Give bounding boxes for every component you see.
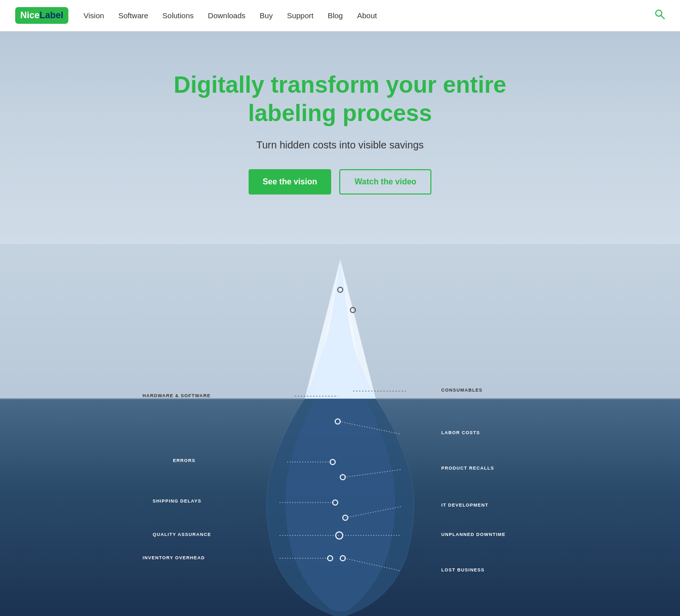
hero-section: Digitally transform your entire labeling…: [0, 31, 680, 244]
hero-title: Digitally transform your entire labeling…: [163, 71, 517, 127]
nav-solutions[interactable]: Solutions: [163, 11, 194, 20]
nav-buy[interactable]: Buy: [260, 11, 273, 20]
iceberg-section: HARDWARE & SOFTWARE CONSUMABLES LABOR CO…: [0, 244, 680, 616]
nav-vision[interactable]: Vision: [84, 11, 104, 20]
nav-blog[interactable]: Blog: [328, 11, 343, 20]
nav-support[interactable]: Support: [287, 11, 314, 20]
logo[interactable]: Nice Label: [15, 7, 68, 24]
label-labor-costs: LABOR COSTS: [442, 430, 481, 435]
watch-video-button[interactable]: Watch the video: [339, 169, 431, 195]
main-nav: Vision Software Solutions Downloads Buy …: [84, 11, 655, 20]
logo-label: Label: [39, 10, 63, 21]
svg-point-0: [656, 10, 662, 16]
label-shipping-delays: SHIPPING DELAYS: [153, 498, 202, 504]
nav-software[interactable]: Software: [118, 11, 148, 20]
label-product-recalls: PRODUCT RECALLS: [442, 466, 495, 471]
see-vision-button[interactable]: See the vision: [249, 169, 332, 195]
nav-about[interactable]: About: [357, 11, 377, 20]
label-errors: ERRORS: [173, 458, 196, 463]
logo-nice: Nice: [20, 10, 39, 21]
label-unplanned-downtime: UNPLANNED DOWNTIME: [442, 532, 506, 537]
svg-line-1: [661, 16, 664, 19]
nav-downloads[interactable]: Downloads: [208, 11, 246, 20]
search-icon[interactable]: [655, 9, 665, 22]
label-it-development: IT DEVELOPMENT: [442, 503, 489, 508]
label-hardware-software: HARDWARE & SOFTWARE: [143, 393, 211, 398]
label-inventory-overhead: INVENTORY OVERHEAD: [143, 555, 205, 560]
label-quality-assurance: QUALITY ASSURANCE: [153, 532, 212, 537]
hero-buttons: See the vision Watch the video: [249, 169, 432, 195]
label-consumables: CONSUMABLES: [442, 388, 483, 393]
header: Nice Label Vision Software Solutions Dow…: [0, 0, 680, 31]
hero-subtitle: Turn hidden costs into visible savings: [256, 139, 424, 151]
label-lost-business: LOST BUSINESS: [442, 567, 485, 572]
